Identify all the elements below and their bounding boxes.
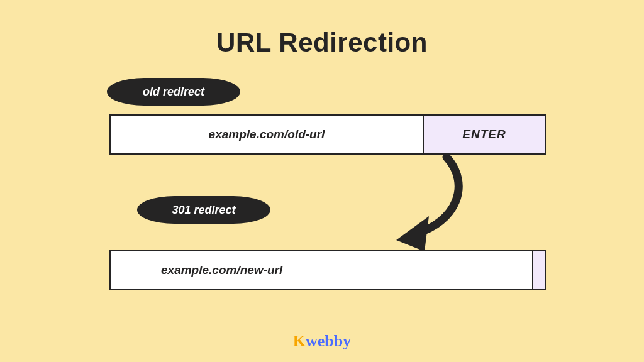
new-redirect-pill: 301 redirect	[137, 196, 270, 224]
bar-stub	[532, 251, 545, 289]
old-url-bar: example.com/old-url ENTER	[109, 114, 546, 155]
new-url-bar: example.com/new-url	[109, 250, 546, 290]
logo-letter-k: K	[293, 332, 306, 350]
logo: Kwebby	[0, 332, 644, 351]
new-url-text: example.com/new-url	[111, 251, 532, 289]
old-url-text: example.com/old-url	[111, 116, 423, 153]
enter-button[interactable]: ENTER	[423, 116, 545, 153]
page-title: URL Redirection	[0, 28, 644, 58]
old-redirect-pill: old redirect	[107, 78, 240, 106]
arrow-icon	[377, 153, 478, 260]
logo-rest: webby	[306, 332, 351, 350]
